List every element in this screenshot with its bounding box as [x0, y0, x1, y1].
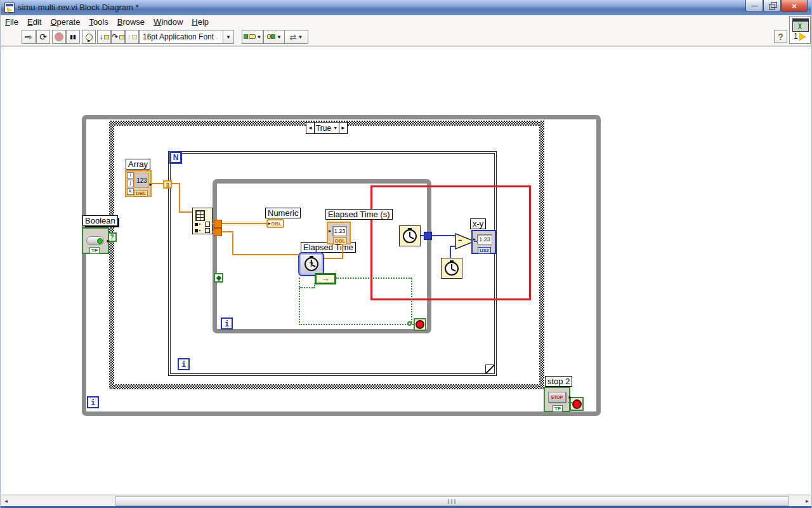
- dbl-text: DBL: [272, 221, 282, 227]
- dbl-tunnel-2[interactable]: [214, 228, 222, 236]
- question-mark: ?: [309, 260, 313, 268]
- wire-junction: [407, 321, 412, 326]
- outer-while-iteration-terminal[interactable]: i: [87, 396, 99, 408]
- distribute-objects-button[interactable]: ▼: [263, 30, 285, 44]
- boolean-tunnel[interactable]: [214, 273, 223, 283]
- outer-while-condition-terminal[interactable]: [570, 397, 584, 411]
- reorder-button[interactable]: ⇄ ▼: [284, 30, 308, 44]
- case-selector[interactable]: ◄ True▼ ►: [306, 122, 348, 134]
- feedback-node[interactable]: →: [315, 273, 336, 284]
- node-icon: [119, 35, 124, 39]
- help-icon: ?: [778, 32, 783, 42]
- close-button[interactable]: ×: [781, 0, 808, 12]
- boolean-label[interactable]: Boolean: [82, 215, 118, 226]
- menu-tools[interactable]: Tools: [84, 15, 112, 28]
- highlight-execution-button[interactable]: [82, 30, 96, 44]
- array-index-display: i j k: [127, 172, 134, 195]
- wire-segment: [450, 246, 451, 258]
- xy-indicator[interactable]: ▸ 1.23 U32: [471, 230, 496, 254]
- wire-segment: [232, 254, 298, 255]
- menu-window[interactable]: Window: [149, 15, 187, 28]
- boolean-control[interactable]: TF ▸: [82, 227, 109, 254]
- menu-operate[interactable]: Operate: [46, 15, 84, 28]
- array-label[interactable]: Array: [126, 159, 150, 170]
- wire-segment: [232, 231, 233, 255]
- tick-count-node-2[interactable]: [441, 258, 462, 279]
- resize-corner-icon[interactable]: [485, 364, 494, 373]
- abort-button[interactable]: [52, 30, 66, 44]
- menu-browse[interactable]: Browse: [113, 15, 149, 28]
- step-into-button[interactable]: ↓: [97, 30, 111, 44]
- scroll-right-button[interactable]: ►: [802, 496, 812, 506]
- u32-tunnel[interactable]: [424, 232, 432, 240]
- minimize-button[interactable]: —: [745, 0, 763, 12]
- inner-while-condition-terminal[interactable]: [414, 318, 426, 331]
- output-port: [205, 222, 210, 227]
- output-arrow-icon: ▸: [568, 394, 572, 400]
- tick-count-node[interactable]: [399, 225, 421, 246]
- for-loop-iteration-terminal[interactable]: i: [178, 358, 190, 370]
- chevron-down-icon: ▼: [226, 34, 231, 40]
- chevron-down-icon: ▼: [257, 34, 262, 40]
- subtract-sign: −: [458, 236, 462, 244]
- dbl-type-tag: DBL: [333, 237, 347, 244]
- stop-condition-icon: [572, 399, 582, 409]
- xy-label[interactable]: x-y: [470, 218, 486, 229]
- elapsed-time-s-label[interactable]: Elapsed Time (s): [325, 209, 393, 220]
- restore-button[interactable]: [763, 0, 781, 12]
- title-bar[interactable]: simu-multi-rev.vi Block Diagram * — ×: [1, 0, 812, 16]
- align-objects-button[interactable]: ▼: [242, 30, 263, 44]
- run-continuously-button[interactable]: ⟳: [36, 30, 50, 44]
- wire-segment: [179, 183, 180, 213]
- stop2-label[interactable]: stop 2: [545, 376, 572, 387]
- menu-edit[interactable]: Edit: [23, 15, 46, 28]
- vi-icon[interactable]: 1: [789, 16, 811, 44]
- horizontal-scrollbar[interactable]: ◄ ►: [1, 495, 812, 507]
- app-icon: [4, 3, 15, 13]
- for-loop-count-terminal[interactable]: N: [169, 151, 182, 164]
- tf-type-tag: TF: [89, 247, 100, 254]
- inner-while-iteration-terminal[interactable]: i: [221, 318, 233, 330]
- wire-segment: [212, 223, 214, 224]
- close-icon: ×: [792, 1, 797, 11]
- wire-segment: [342, 244, 343, 259]
- wire-segment: [150, 183, 163, 184]
- stop2-control[interactable]: STOP TF ▸: [544, 387, 570, 412]
- red-frame-decoration[interactable]: [370, 185, 531, 300]
- numeric-indicator-terminal[interactable]: ▸ DBL: [266, 219, 284, 228]
- case-previous-icon[interactable]: ◄: [306, 123, 315, 133]
- scrollbar-thumb[interactable]: [115, 496, 789, 506]
- menu-help[interactable]: Help: [187, 15, 213, 28]
- wire-segment: [421, 235, 424, 236]
- distribute-objects-icon: [266, 34, 275, 40]
- pause-button[interactable]: ▮▮: [66, 30, 80, 44]
- array-grid-icon: [195, 210, 205, 221]
- context-help-button[interactable]: ?: [774, 30, 787, 43]
- toggle-switch-icon: [86, 236, 104, 245]
- numeric-label[interactable]: Numeric: [265, 208, 301, 218]
- input-arrow-icon: ▸: [268, 221, 271, 226]
- case-next-icon[interactable]: ►: [339, 123, 347, 133]
- toolbar: ⇨ ⟳ ▮▮ ↓ ↷ ↑ 16pt Application Font ▼ ▼ ▼…: [1, 29, 812, 46]
- chevron-down-icon: ▼: [333, 126, 337, 130]
- input-arrow-icon: ▸: [329, 228, 331, 234]
- dbl-tunnel-1[interactable]: [214, 220, 222, 228]
- auto-index-tunnel[interactable]: []: [163, 180, 172, 189]
- diamond-icon: [216, 275, 221, 280]
- step-out-button[interactable]: ↑: [125, 30, 139, 44]
- pause-icon: ▮▮: [70, 34, 76, 40]
- scroll-left-button[interactable]: ◄: [1, 496, 11, 506]
- index-array-node[interactable]: [192, 208, 213, 234]
- run-button[interactable]: ⇨: [22, 30, 36, 44]
- wire-segment: [474, 241, 477, 242]
- wire-segment: [299, 324, 414, 325]
- elapsed-time-s-indicator[interactable]: ▸ 1.23 DBL: [327, 222, 351, 244]
- scroll-left-icon: ◄: [4, 498, 9, 504]
- array-constant[interactable]: i j k 123 DBL ▸: [125, 170, 152, 197]
- case-selector-value[interactable]: True▼: [315, 123, 339, 133]
- menu-file[interactable]: File: [1, 15, 23, 28]
- font-selector[interactable]: 16pt Application Font ▼: [139, 30, 234, 44]
- chevron-down-icon: ▼: [277, 34, 282, 40]
- step-over-button[interactable]: ↷: [111, 30, 125, 44]
- array-element-value[interactable]: 123: [134, 173, 149, 188]
